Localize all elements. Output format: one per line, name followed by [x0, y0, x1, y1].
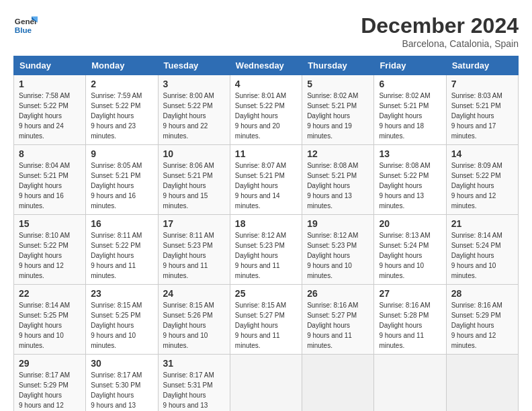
- calendar-day: 13 Sunrise: 8:08 AMSunset: 5:22 PMDaylig…: [374, 145, 446, 215]
- calendar-week: 22 Sunrise: 8:14 AMSunset: 5:25 PMDaylig…: [14, 285, 519, 355]
- day-info: Sunrise: 8:04 AMSunset: 5:21 PMDaylight …: [19, 162, 70, 210]
- day-info: Sunrise: 8:15 AMSunset: 5:25 PMDaylight …: [91, 302, 142, 349]
- calendar-day: 1 Sunrise: 7:58 AMSunset: 5:22 PMDayligh…: [14, 75, 86, 145]
- day-info: Sunrise: 8:16 AMSunset: 5:28 PMDaylight …: [379, 302, 430, 349]
- calendar-day: [302, 355, 374, 412]
- day-info: Sunrise: 8:17 AMSunset: 5:30 PMDaylight …: [91, 371, 142, 411]
- calendar-day: 24 Sunrise: 8:15 AMSunset: 5:26 PMDaylig…: [158, 285, 230, 355]
- calendar-day: 16 Sunrise: 8:11 AMSunset: 5:22 PMDaylig…: [86, 215, 158, 285]
- day-info: Sunrise: 8:10 AMSunset: 5:22 PMDaylight …: [19, 232, 70, 279]
- day-number: 2: [91, 79, 152, 89]
- header-row: SundayMondayTuesdayWednesdayThursdayFrid…: [14, 56, 519, 75]
- title-area: December 2024 Barcelona, Catalonia, Spai…: [361, 13, 519, 49]
- calendar-day: 25 Sunrise: 8:15 AMSunset: 5:27 PMDaylig…: [230, 285, 302, 355]
- location: Barcelona, Catalonia, Spain: [361, 38, 519, 49]
- calendar-table: SundayMondayTuesdayWednesdayThursdayFrid…: [13, 56, 519, 411]
- calendar-day: 27 Sunrise: 8:16 AMSunset: 5:28 PMDaylig…: [374, 285, 446, 355]
- header-day: Monday: [86, 56, 158, 75]
- calendar-day: 29 Sunrise: 8:17 AMSunset: 5:29 PMDaylig…: [14, 355, 86, 412]
- day-number: 9: [91, 148, 152, 159]
- day-info: Sunrise: 8:07 AMSunset: 5:21 PMDaylight …: [235, 162, 286, 210]
- calendar-week: 8 Sunrise: 8:04 AMSunset: 5:21 PMDayligh…: [14, 145, 519, 215]
- calendar-day: 19 Sunrise: 8:12 AMSunset: 5:23 PMDaylig…: [302, 215, 374, 285]
- day-number: 22: [19, 288, 81, 299]
- calendar-day: [230, 355, 302, 412]
- svg-text:Blue: Blue: [15, 26, 32, 34]
- header-day: Tuesday: [158, 56, 230, 75]
- header: General Blue December 2024 Barcelona, Ca…: [13, 13, 519, 49]
- day-info: Sunrise: 8:06 AMSunset: 5:21 PMDaylight …: [163, 162, 214, 210]
- day-number: 3: [163, 79, 225, 89]
- calendar-day: 22 Sunrise: 8:14 AMSunset: 5:25 PMDaylig…: [14, 285, 86, 355]
- calendar-week: 15 Sunrise: 8:10 AMSunset: 5:22 PMDaylig…: [14, 215, 519, 285]
- calendar-day: 6 Sunrise: 8:02 AMSunset: 5:21 PMDayligh…: [374, 75, 446, 145]
- calendar-day: 14 Sunrise: 8:09 AMSunset: 5:22 PMDaylig…: [446, 145, 518, 215]
- day-number: 17: [163, 218, 225, 229]
- day-number: 25: [235, 288, 297, 299]
- calendar-day: 17 Sunrise: 8:11 AMSunset: 5:23 PMDaylig…: [158, 215, 230, 285]
- day-number: 1: [19, 79, 81, 89]
- calendar-day: 31 Sunrise: 8:17 AMSunset: 5:31 PMDaylig…: [158, 355, 230, 412]
- day-info: Sunrise: 7:59 AMSunset: 5:22 PMDaylight …: [91, 92, 142, 140]
- calendar-day: 3 Sunrise: 8:00 AMSunset: 5:22 PMDayligh…: [158, 75, 230, 145]
- day-info: Sunrise: 8:02 AMSunset: 5:21 PMDaylight …: [379, 92, 430, 140]
- day-info: Sunrise: 8:00 AMSunset: 5:22 PMDaylight …: [163, 92, 214, 140]
- calendar-day: 2 Sunrise: 7:59 AMSunset: 5:22 PMDayligh…: [86, 75, 158, 145]
- day-info: Sunrise: 8:03 AMSunset: 5:21 PMDaylight …: [451, 92, 502, 140]
- day-info: Sunrise: 8:12 AMSunset: 5:23 PMDaylight …: [307, 232, 358, 279]
- day-number: 14: [451, 148, 513, 159]
- day-info: Sunrise: 8:09 AMSunset: 5:22 PMDaylight …: [451, 162, 502, 210]
- day-info: Sunrise: 8:02 AMSunset: 5:21 PMDaylight …: [307, 92, 358, 140]
- day-info: Sunrise: 8:08 AMSunset: 5:22 PMDaylight …: [379, 162, 430, 210]
- day-info: Sunrise: 8:01 AMSunset: 5:22 PMDaylight …: [235, 92, 286, 140]
- day-info: Sunrise: 8:14 AMSunset: 5:24 PMDaylight …: [451, 232, 502, 279]
- header-day: Saturday: [446, 56, 518, 75]
- calendar-day: 18 Sunrise: 8:12 AMSunset: 5:23 PMDaylig…: [230, 215, 302, 285]
- day-number: 27: [379, 288, 441, 299]
- day-info: Sunrise: 8:17 AMSunset: 5:31 PMDaylight …: [163, 371, 214, 411]
- header-day: Friday: [374, 56, 446, 75]
- logo: General Blue: [13, 13, 38, 38]
- day-info: Sunrise: 8:08 AMSunset: 5:21 PMDaylight …: [307, 162, 358, 210]
- calendar-day: [446, 355, 518, 412]
- calendar-week: 1 Sunrise: 7:58 AMSunset: 5:22 PMDayligh…: [14, 75, 519, 145]
- day-number: 24: [163, 288, 225, 299]
- calendar-day: 10 Sunrise: 8:06 AMSunset: 5:21 PMDaylig…: [158, 145, 230, 215]
- day-info: Sunrise: 8:16 AMSunset: 5:27 PMDaylight …: [307, 302, 358, 349]
- day-number: 28: [451, 288, 513, 299]
- day-number: 5: [307, 79, 369, 89]
- day-info: Sunrise: 8:15 AMSunset: 5:27 PMDaylight …: [235, 302, 286, 349]
- day-info: Sunrise: 8:12 AMSunset: 5:23 PMDaylight …: [235, 232, 286, 279]
- calendar-day: 12 Sunrise: 8:08 AMSunset: 5:21 PMDaylig…: [302, 145, 374, 215]
- day-info: Sunrise: 7:58 AMSunset: 5:22 PMDaylight …: [19, 92, 70, 140]
- day-info: Sunrise: 8:05 AMSunset: 5:21 PMDaylight …: [91, 162, 142, 210]
- day-number: 16: [91, 218, 152, 229]
- day-number: 10: [163, 148, 225, 159]
- day-info: Sunrise: 8:16 AMSunset: 5:29 PMDaylight …: [451, 302, 502, 349]
- day-number: 31: [163, 358, 225, 369]
- calendar-day: 4 Sunrise: 8:01 AMSunset: 5:22 PMDayligh…: [230, 75, 302, 145]
- day-number: 7: [451, 79, 513, 89]
- header-day: Wednesday: [230, 56, 302, 75]
- day-number: 29: [19, 358, 81, 369]
- calendar-day: 23 Sunrise: 8:15 AMSunset: 5:25 PMDaylig…: [86, 285, 158, 355]
- day-number: 20: [379, 218, 441, 229]
- day-number: 30: [91, 358, 152, 369]
- calendar-week: 29 Sunrise: 8:17 AMSunset: 5:29 PMDaylig…: [14, 355, 519, 412]
- day-number: 23: [91, 288, 152, 299]
- calendar-day: 28 Sunrise: 8:16 AMSunset: 5:29 PMDaylig…: [446, 285, 518, 355]
- day-number: 19: [307, 218, 369, 229]
- day-number: 15: [19, 218, 81, 229]
- calendar-day: 9 Sunrise: 8:05 AMSunset: 5:21 PMDayligh…: [86, 145, 158, 215]
- calendar-day: 15 Sunrise: 8:10 AMSunset: 5:22 PMDaylig…: [14, 215, 86, 285]
- day-number: 12: [307, 148, 369, 159]
- day-info: Sunrise: 8:11 AMSunset: 5:22 PMDaylight …: [91, 232, 142, 279]
- day-number: 11: [235, 148, 297, 159]
- day-info: Sunrise: 8:17 AMSunset: 5:29 PMDaylight …: [19, 371, 70, 411]
- header-day: Sunday: [14, 56, 86, 75]
- day-number: 8: [19, 148, 81, 159]
- month-title: December 2024: [361, 13, 519, 38]
- day-number: 4: [235, 79, 297, 89]
- day-info: Sunrise: 8:14 AMSunset: 5:25 PMDaylight …: [19, 302, 70, 349]
- day-number: 13: [379, 148, 441, 159]
